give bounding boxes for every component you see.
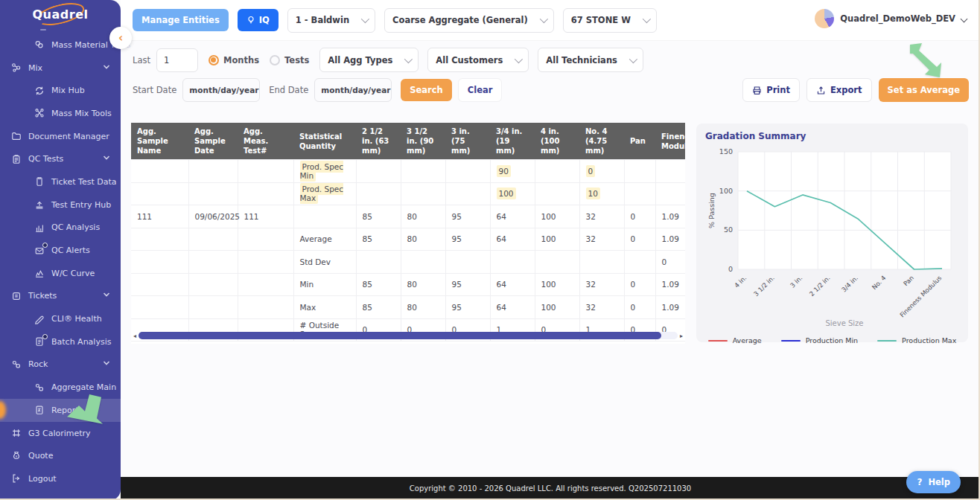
sidebar-item-logout[interactable]: Logout bbox=[0, 467, 121, 490]
question-icon: ? bbox=[917, 477, 922, 487]
agg-types-select[interactable]: All Agg Types bbox=[319, 48, 419, 72]
table-row[interactable]: Prod. Spec Max10010 bbox=[131, 182, 685, 205]
cell-value: 0 bbox=[586, 165, 596, 177]
svg-text:0: 0 bbox=[728, 265, 733, 273]
clear-button[interactable]: Clear bbox=[458, 78, 503, 102]
chevron-down-icon bbox=[103, 291, 110, 301]
cell-value: 1.09 bbox=[662, 280, 679, 289]
sidebar-item-label: Tickets bbox=[28, 291, 57, 301]
end-date-input[interactable]: month/day/year bbox=[314, 78, 392, 102]
sidebar-item-label: G3 Calorimetry bbox=[28, 429, 91, 438]
table-cell bbox=[188, 182, 238, 205]
tests-radio[interactable]: Tests bbox=[270, 55, 309, 65]
chart-svg: 0501001504 in.3 1/2 in.3 in.2 1/2 in.3/4… bbox=[705, 144, 958, 332]
sidebar-item-wc-curve[interactable]: W/C Curve bbox=[0, 262, 121, 285]
sidebar-item-batch-analysis[interactable]: Batch Analysis bbox=[0, 330, 121, 353]
legend-item[interactable]: Average bbox=[708, 336, 762, 344]
sidebar-item-qc-alerts[interactable]: QC Alerts bbox=[0, 239, 121, 262]
technicians-select[interactable]: All Technicians bbox=[538, 48, 643, 72]
cell-value: 100 bbox=[497, 188, 516, 199]
scrollbar-thumb[interactable] bbox=[139, 332, 661, 339]
table-row[interactable]: Average858095641003201.09 bbox=[131, 228, 685, 251]
sidebar-item-tickets[interactable]: Tickets bbox=[0, 285, 121, 308]
column-header: 3 1/2 in. (90 mm) bbox=[401, 123, 445, 160]
table-cell: 85 bbox=[356, 228, 401, 251]
green-arrow-reports bbox=[66, 393, 104, 424]
table-row[interactable]: Std Dev0 bbox=[131, 251, 685, 274]
sidebar-item-label: QC Analysis bbox=[51, 222, 100, 232]
legend-item[interactable]: Production Min bbox=[781, 336, 858, 344]
chevron-down-icon bbox=[629, 54, 637, 62]
cell-value: 0 bbox=[631, 212, 636, 221]
cell-value: 111 bbox=[137, 212, 152, 221]
chevron-down-icon bbox=[539, 15, 547, 23]
export-button[interactable]: Export bbox=[806, 78, 872, 102]
table-body: Prod. Spec Min900Prod. Spec Max100101110… bbox=[131, 160, 685, 342]
cell-value: 80 bbox=[407, 212, 417, 221]
table-cell bbox=[238, 273, 293, 296]
cell-value: 85 bbox=[363, 212, 372, 221]
manage-entities-button[interactable]: Manage Entities bbox=[133, 9, 229, 31]
start-date-input[interactable]: month/day/year bbox=[182, 78, 260, 102]
legend-item[interactable]: Production Max bbox=[877, 336, 956, 344]
results-table-card: Agg. Sample NameAgg. Sample DateAgg. Mea… bbox=[131, 123, 685, 344]
sidebar-item-quote[interactable]: Quote bbox=[0, 444, 121, 467]
sidebar-item-g3-calorimetry[interactable]: G3 Calorimetry bbox=[0, 422, 121, 445]
cell-value: 64 bbox=[497, 280, 506, 289]
scroll-left-icon[interactable]: ◂ bbox=[131, 333, 139, 339]
cell-value: 0 bbox=[631, 280, 636, 289]
sidebar-item-document-manager[interactable]: Document Manager bbox=[0, 125, 121, 148]
table-cell: 111 bbox=[238, 205, 293, 228]
sidebar-collapse-button[interactable]: ‹ bbox=[109, 27, 132, 49]
user-menu[interactable]: Quadrel_DemoWeb_DEV bbox=[815, 9, 967, 28]
last-count-input[interactable] bbox=[156, 48, 198, 72]
column-header: No. 4 (4.75 mm) bbox=[579, 123, 624, 160]
sidebar-item-rock[interactable]: Rock bbox=[0, 353, 121, 376]
iq-button[interactable]: IQ bbox=[238, 9, 279, 31]
sidebar-item-qc-tests[interactable]: QC Tests bbox=[0, 147, 121, 170]
table-cell bbox=[131, 273, 188, 296]
product-select[interactable]: 67 STONE W bbox=[563, 8, 657, 33]
cell-value: Std Dev bbox=[300, 257, 331, 266]
customers-select[interactable]: All Customers bbox=[427, 48, 529, 72]
sidebar-item-mass-material-tools[interactable]: Mass Material Tools bbox=[0, 33, 121, 57]
filter-row-1: Last Months Tests All Agg Types All Cust… bbox=[133, 48, 652, 72]
table-cell bbox=[356, 182, 401, 205]
svg-text:100: 100 bbox=[719, 187, 733, 195]
help-button[interactable]: ? Help bbox=[906, 471, 961, 493]
sidebar-item-test-entry-hub[interactable]: Test Entry Hub bbox=[0, 193, 121, 217]
table-row[interactable]: 11109/06/2025111858095641003201.09 bbox=[131, 205, 685, 228]
column-header: Statistical Quantity bbox=[293, 123, 356, 160]
svg-text:Sieve Size: Sieve Size bbox=[825, 319, 863, 327]
months-radio[interactable]: Months bbox=[209, 55, 259, 65]
table-row[interactable]: Min858095641003201.09 bbox=[131, 273, 685, 296]
svg-text:Pan: Pan bbox=[902, 274, 915, 287]
cell-value: Prod. Spec Max bbox=[300, 183, 344, 204]
cell-value: 0 bbox=[631, 234, 636, 243]
chart-legend: AverageProduction MinProduction Max bbox=[705, 336, 959, 344]
qc-alerts-icon bbox=[34, 245, 45, 256]
set-as-average-button[interactable]: Set as Average bbox=[879, 78, 969, 102]
sidebar-item-cli-health[interactable]: CLI® Health bbox=[0, 307, 121, 330]
table-cell: Average bbox=[293, 228, 356, 251]
sidebar-item-ticket-test-data[interactable]: Ticket Test Data bbox=[0, 170, 121, 193]
material-select[interactable]: Coarse Aggregate (General) bbox=[384, 8, 554, 33]
print-button[interactable]: Print bbox=[742, 78, 800, 102]
sidebar-item-qc-analysis[interactable]: QC Analysis bbox=[0, 217, 121, 240]
cell-value: 95 bbox=[452, 234, 462, 243]
rock-icon bbox=[10, 359, 22, 370]
scroll-right-icon[interactable]: ▸ bbox=[678, 333, 685, 339]
cell-value: 80 bbox=[407, 303, 417, 312]
scrollbar-track[interactable] bbox=[139, 332, 678, 339]
table-row[interactable]: Prod. Spec Min900 bbox=[131, 160, 685, 183]
sidebar-item-mix-hub[interactable]: Mix Hub bbox=[0, 79, 121, 102]
sidebar-item-mix[interactable]: Mix bbox=[0, 57, 121, 80]
table-cell: 1.09 bbox=[655, 228, 685, 251]
table-cell: 85 bbox=[356, 273, 401, 296]
table-row[interactable]: Max858095641003201.09 bbox=[131, 296, 685, 319]
entity-select[interactable]: 1 - Baldwin bbox=[287, 8, 375, 33]
sidebar-item-mass-mix-tools[interactable]: Mass Mix Tools bbox=[0, 102, 121, 125]
cell-value: 85 bbox=[363, 234, 372, 243]
table-horizontal-scrollbar[interactable]: ◂ ▸ bbox=[131, 330, 685, 341]
search-button[interactable]: Search bbox=[401, 79, 452, 101]
